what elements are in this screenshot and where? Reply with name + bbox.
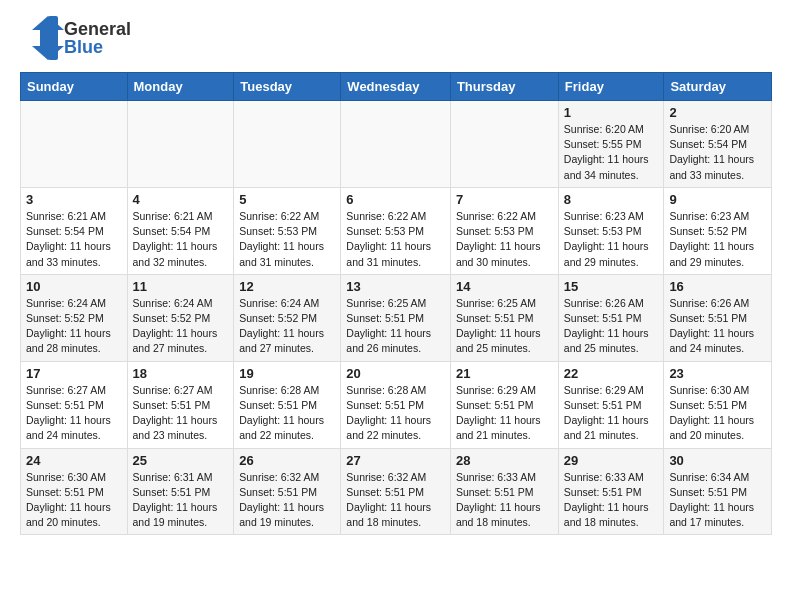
calendar-header-tuesday: Tuesday xyxy=(234,73,341,101)
calendar-cell: 14Sunrise: 6:25 AM Sunset: 5:51 PM Dayli… xyxy=(450,274,558,361)
day-info: Sunrise: 6:28 AM Sunset: 5:51 PM Dayligh… xyxy=(346,383,445,444)
day-info: Sunrise: 6:29 AM Sunset: 5:51 PM Dayligh… xyxy=(564,383,659,444)
calendar-cell xyxy=(234,101,341,188)
day-number: 28 xyxy=(456,453,553,468)
calendar-cell: 5Sunrise: 6:22 AM Sunset: 5:53 PM Daylig… xyxy=(234,187,341,274)
day-info: Sunrise: 6:23 AM Sunset: 5:53 PM Dayligh… xyxy=(564,209,659,270)
day-number: 21 xyxy=(456,366,553,381)
calendar-cell xyxy=(127,101,234,188)
calendar-week-5: 24Sunrise: 6:30 AM Sunset: 5:51 PM Dayli… xyxy=(21,448,772,535)
day-number: 20 xyxy=(346,366,445,381)
day-info: Sunrise: 6:32 AM Sunset: 5:51 PM Dayligh… xyxy=(346,470,445,531)
calendar-cell: 4Sunrise: 6:21 AM Sunset: 5:54 PM Daylig… xyxy=(127,187,234,274)
day-info: Sunrise: 6:24 AM Sunset: 5:52 PM Dayligh… xyxy=(26,296,122,357)
day-info: Sunrise: 6:25 AM Sunset: 5:51 PM Dayligh… xyxy=(346,296,445,357)
day-number: 22 xyxy=(564,366,659,381)
day-number: 8 xyxy=(564,192,659,207)
header: General Blue xyxy=(20,16,772,60)
calendar-cell: 22Sunrise: 6:29 AM Sunset: 5:51 PM Dayli… xyxy=(558,361,664,448)
calendar-header-monday: Monday xyxy=(127,73,234,101)
day-info: Sunrise: 6:24 AM Sunset: 5:52 PM Dayligh… xyxy=(133,296,229,357)
day-info: Sunrise: 6:28 AM Sunset: 5:51 PM Dayligh… xyxy=(239,383,335,444)
logo-blue-text: Blue xyxy=(64,38,131,56)
calendar-header-sunday: Sunday xyxy=(21,73,128,101)
day-number: 17 xyxy=(26,366,122,381)
day-info: Sunrise: 6:24 AM Sunset: 5:52 PM Dayligh… xyxy=(239,296,335,357)
day-info: Sunrise: 6:20 AM Sunset: 5:55 PM Dayligh… xyxy=(564,122,659,183)
day-number: 30 xyxy=(669,453,766,468)
day-number: 2 xyxy=(669,105,766,120)
calendar-cell: 8Sunrise: 6:23 AM Sunset: 5:53 PM Daylig… xyxy=(558,187,664,274)
calendar-cell: 7Sunrise: 6:22 AM Sunset: 5:53 PM Daylig… xyxy=(450,187,558,274)
svg-marker-1 xyxy=(32,16,64,60)
calendar-week-3: 10Sunrise: 6:24 AM Sunset: 5:52 PM Dayli… xyxy=(21,274,772,361)
calendar-cell: 17Sunrise: 6:27 AM Sunset: 5:51 PM Dayli… xyxy=(21,361,128,448)
day-info: Sunrise: 6:29 AM Sunset: 5:51 PM Dayligh… xyxy=(456,383,553,444)
day-number: 7 xyxy=(456,192,553,207)
day-info: Sunrise: 6:22 AM Sunset: 5:53 PM Dayligh… xyxy=(346,209,445,270)
day-info: Sunrise: 6:33 AM Sunset: 5:51 PM Dayligh… xyxy=(564,470,659,531)
day-info: Sunrise: 6:21 AM Sunset: 5:54 PM Dayligh… xyxy=(133,209,229,270)
day-number: 29 xyxy=(564,453,659,468)
day-info: Sunrise: 6:22 AM Sunset: 5:53 PM Dayligh… xyxy=(456,209,553,270)
calendar-cell: 30Sunrise: 6:34 AM Sunset: 5:51 PM Dayli… xyxy=(664,448,772,535)
page: General Blue SundayMondayTuesdayWednesda… xyxy=(0,0,792,555)
calendar-cell: 11Sunrise: 6:24 AM Sunset: 5:52 PM Dayli… xyxy=(127,274,234,361)
calendar-week-1: 1Sunrise: 6:20 AM Sunset: 5:55 PM Daylig… xyxy=(21,101,772,188)
calendar-cell: 18Sunrise: 6:27 AM Sunset: 5:51 PM Dayli… xyxy=(127,361,234,448)
calendar-week-4: 17Sunrise: 6:27 AM Sunset: 5:51 PM Dayli… xyxy=(21,361,772,448)
calendar-week-2: 3Sunrise: 6:21 AM Sunset: 5:54 PM Daylig… xyxy=(21,187,772,274)
day-number: 26 xyxy=(239,453,335,468)
day-info: Sunrise: 6:20 AM Sunset: 5:54 PM Dayligh… xyxy=(669,122,766,183)
day-number: 12 xyxy=(239,279,335,294)
calendar-header-thursday: Thursday xyxy=(450,73,558,101)
calendar-cell: 13Sunrise: 6:25 AM Sunset: 5:51 PM Dayli… xyxy=(341,274,451,361)
calendar-header-wednesday: Wednesday xyxy=(341,73,451,101)
calendar-cell: 16Sunrise: 6:26 AM Sunset: 5:51 PM Dayli… xyxy=(664,274,772,361)
day-info: Sunrise: 6:27 AM Sunset: 5:51 PM Dayligh… xyxy=(26,383,122,444)
day-info: Sunrise: 6:25 AM Sunset: 5:51 PM Dayligh… xyxy=(456,296,553,357)
calendar-cell: 27Sunrise: 6:32 AM Sunset: 5:51 PM Dayli… xyxy=(341,448,451,535)
day-info: Sunrise: 6:30 AM Sunset: 5:51 PM Dayligh… xyxy=(669,383,766,444)
calendar-cell: 1Sunrise: 6:20 AM Sunset: 5:55 PM Daylig… xyxy=(558,101,664,188)
day-number: 13 xyxy=(346,279,445,294)
calendar-cell: 3Sunrise: 6:21 AM Sunset: 5:54 PM Daylig… xyxy=(21,187,128,274)
calendar-cell: 19Sunrise: 6:28 AM Sunset: 5:51 PM Dayli… xyxy=(234,361,341,448)
day-number: 3 xyxy=(26,192,122,207)
calendar-cell: 9Sunrise: 6:23 AM Sunset: 5:52 PM Daylig… xyxy=(664,187,772,274)
day-info: Sunrise: 6:26 AM Sunset: 5:51 PM Dayligh… xyxy=(669,296,766,357)
day-number: 18 xyxy=(133,366,229,381)
calendar-cell xyxy=(341,101,451,188)
day-info: Sunrise: 6:33 AM Sunset: 5:51 PM Dayligh… xyxy=(456,470,553,531)
calendar-cell: 26Sunrise: 6:32 AM Sunset: 5:51 PM Dayli… xyxy=(234,448,341,535)
day-info: Sunrise: 6:22 AM Sunset: 5:53 PM Dayligh… xyxy=(239,209,335,270)
logo: General Blue xyxy=(20,16,131,60)
day-number: 16 xyxy=(669,279,766,294)
calendar-header-row: SundayMondayTuesdayWednesdayThursdayFrid… xyxy=(21,73,772,101)
calendar-cell xyxy=(450,101,558,188)
day-number: 6 xyxy=(346,192,445,207)
day-info: Sunrise: 6:32 AM Sunset: 5:51 PM Dayligh… xyxy=(239,470,335,531)
calendar-cell: 24Sunrise: 6:30 AM Sunset: 5:51 PM Dayli… xyxy=(21,448,128,535)
calendar-cell: 15Sunrise: 6:26 AM Sunset: 5:51 PM Dayli… xyxy=(558,274,664,361)
calendar-header-saturday: Saturday xyxy=(664,73,772,101)
day-info: Sunrise: 6:34 AM Sunset: 5:51 PM Dayligh… xyxy=(669,470,766,531)
calendar-cell: 28Sunrise: 6:33 AM Sunset: 5:51 PM Dayli… xyxy=(450,448,558,535)
calendar-cell: 23Sunrise: 6:30 AM Sunset: 5:51 PM Dayli… xyxy=(664,361,772,448)
day-info: Sunrise: 6:31 AM Sunset: 5:51 PM Dayligh… xyxy=(133,470,229,531)
day-number: 1 xyxy=(564,105,659,120)
calendar-cell: 2Sunrise: 6:20 AM Sunset: 5:54 PM Daylig… xyxy=(664,101,772,188)
day-number: 24 xyxy=(26,453,122,468)
day-number: 4 xyxy=(133,192,229,207)
day-number: 15 xyxy=(564,279,659,294)
logo-general-text: General xyxy=(64,20,131,38)
day-info: Sunrise: 6:30 AM Sunset: 5:51 PM Dayligh… xyxy=(26,470,122,531)
day-info: Sunrise: 6:27 AM Sunset: 5:51 PM Dayligh… xyxy=(133,383,229,444)
calendar-cell: 25Sunrise: 6:31 AM Sunset: 5:51 PM Dayli… xyxy=(127,448,234,535)
day-number: 9 xyxy=(669,192,766,207)
calendar-table: SundayMondayTuesdayWednesdayThursdayFrid… xyxy=(20,72,772,535)
logo-text: General Blue xyxy=(64,20,131,56)
day-info: Sunrise: 6:26 AM Sunset: 5:51 PM Dayligh… xyxy=(564,296,659,357)
logo-svg xyxy=(20,16,64,60)
day-number: 5 xyxy=(239,192,335,207)
